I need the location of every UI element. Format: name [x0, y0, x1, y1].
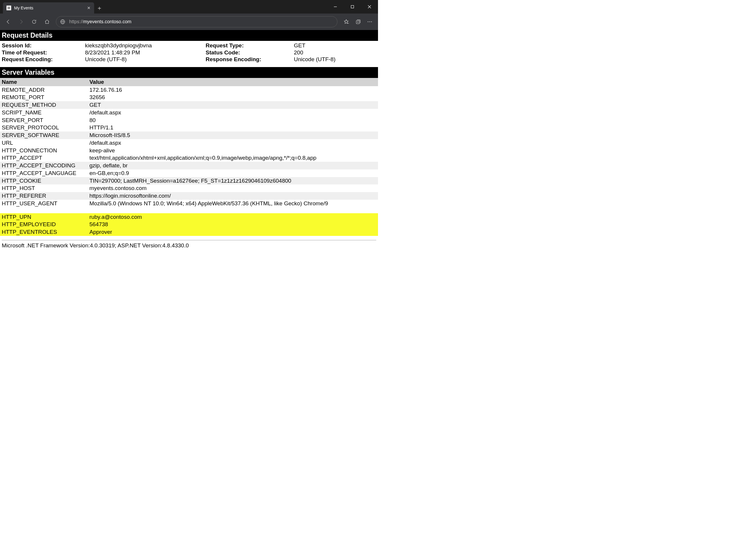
table-row: HTTP_ACCEPT_ENCODINGgzip, deflate, br [0, 162, 378, 169]
var-value: Microsoft-IIS/8.5 [88, 131, 378, 139]
table-row: REMOTE_ADDR172.16.76.16 [0, 86, 378, 94]
request-type-value: GET [294, 42, 376, 49]
close-window-button[interactable] [361, 0, 378, 14]
settings-menu-button[interactable] [364, 16, 376, 28]
window-controls [327, 0, 378, 14]
response-encoding-value: Unicode (UTF-8) [294, 56, 376, 63]
var-name: HTTP_HOST [0, 184, 88, 192]
table-row: HTTP_ACCEPTtext/html,application/xhtml+x… [0, 154, 378, 162]
url-text: https://myevents.contoso.com [69, 19, 131, 24]
var-name: HTTP_EMPLOYEEID [0, 221, 88, 228]
page-content: Request Details Session Id: kiekszqbh3dy… [0, 30, 378, 252]
window-title-bar: My Events ✕ ＋ [0, 0, 378, 14]
request-details-header: Request Details [0, 30, 378, 41]
var-value: Mozilla/5.0 (Windows NT 10.0; Win64; x64… [88, 200, 378, 207]
var-name: HTTP_ACCEPT_ENCODING [0, 162, 88, 169]
session-id-label: Session Id: [2, 42, 85, 49]
server-variables-table: Name Value REMOTE_ADDR172.16.76.16REMOTE… [0, 78, 378, 236]
url-protocol: https:// [69, 19, 83, 24]
request-type-label: Request Type: [206, 42, 294, 49]
site-info-icon[interactable] [60, 19, 66, 25]
table-row: HTTP_HOSTmyevents.contoso.com [0, 184, 378, 192]
var-value: TIN=297000; LastMRH_Session=a16276ee; F5… [88, 177, 378, 185]
table-row: URL/default.aspx [0, 139, 378, 147]
table-row: SCRIPT_NAME/default.aspx [0, 109, 378, 116]
svg-point-17 [371, 21, 372, 22]
svg-rect-5 [351, 6, 354, 8]
var-value: en-GB,en;q=0.9 [88, 169, 378, 177]
var-name: HTTP_ACCEPT_LANGUAGE [0, 169, 88, 177]
svg-point-16 [369, 21, 370, 22]
table-row: HTTP_CONNECTIONkeep-alive [0, 147, 378, 154]
refresh-button[interactable] [28, 16, 40, 28]
table-row: SERVER_SOFTWAREMicrosoft-IIS/8.5 [0, 131, 378, 139]
var-name: HTTP_REFERER [0, 192, 88, 200]
var-value: https://login.microsoftonline.com/ [88, 192, 378, 200]
var-name: SERVER_SOFTWARE [0, 131, 88, 139]
request-details-grid: Session Id: kiekszqbh3dydnpiogvjbvna Req… [0, 41, 378, 67]
var-value: 172.16.76.16 [88, 86, 378, 94]
var-value: ruby.a@contoso.com [88, 213, 378, 221]
vars-col-name: Name [0, 78, 88, 86]
table-row: SERVER_PROTOCOLHTTP/1.1 [0, 124, 378, 131]
var-value: 80 [88, 116, 378, 124]
var-value: 564738 [88, 221, 378, 228]
request-encoding-value: Unicode (UTF-8) [85, 56, 206, 63]
var-name: HTTP_UPN [0, 213, 88, 221]
svg-rect-2 [8, 8, 10, 8]
maximize-button[interactable] [344, 0, 361, 14]
var-name: HTTP_COOKIE [0, 177, 88, 185]
table-row: REMOTE_PORT32656 [0, 94, 378, 101]
table-row: HTTP_COOKIETIN=297000; LastMRH_Session=a… [0, 177, 378, 185]
server-variables-header: Server Variables [0, 67, 378, 78]
var-value: 32656 [88, 94, 378, 101]
request-encoding-label: Request Encoding: [2, 56, 85, 63]
var-name: URL [0, 139, 88, 147]
var-name: HTTP_ACCEPT [0, 154, 88, 162]
table-row-highlighted: HTTP_EVENTROLESApprover [0, 228, 378, 236]
table-row: HTTP_USER_AGENTMozilla/5.0 (Windows NT 1… [0, 200, 378, 207]
browser-tab[interactable]: My Events ✕ [3, 2, 94, 14]
table-row-highlighted: HTTP_EMPLOYEEID564738 [0, 221, 378, 228]
table-row: SERVER_PORT80 [0, 116, 378, 124]
time-of-request-label: Time of Request: [2, 49, 85, 56]
page-favicon [6, 6, 11, 10]
var-name: HTTP_EVENTROLES [0, 228, 88, 236]
var-value: /default.aspx [88, 139, 378, 147]
var-value: GET [88, 101, 378, 109]
footer-divider [2, 240, 376, 240]
var-name: HTTP_CONNECTION [0, 147, 88, 154]
browser-toolbar: https://myevents.contoso.com [0, 14, 378, 30]
var-value: HTTP/1.1 [88, 124, 378, 131]
var-value: Approver [88, 228, 378, 236]
var-name: SERVER_PORT [0, 116, 88, 124]
table-row-highlighted: HTTP_UPNruby.a@contoso.com [0, 213, 378, 221]
var-value: text/html,application/xhtml+xml,applicat… [88, 154, 378, 162]
table-row: REQUEST_METHODGET [0, 101, 378, 109]
var-name: REMOTE_PORT [0, 94, 88, 101]
new-tab-button[interactable]: ＋ [94, 2, 105, 14]
tab-close-button[interactable]: ✕ [87, 6, 91, 10]
status-code-label: Status Code: [206, 49, 294, 56]
forward-button[interactable] [15, 16, 27, 28]
var-value: gzip, deflate, br [88, 162, 378, 169]
var-name: HTTP_USER_AGENT [0, 200, 88, 207]
svg-point-15 [368, 21, 369, 22]
table-row: HTTP_ACCEPT_LANGUAGEen-GB,en;q=0.9 [0, 169, 378, 177]
minimize-button[interactable] [327, 0, 344, 14]
table-row: HTTP_REFERERhttps://login.microsoftonlin… [0, 192, 378, 200]
var-name: REMOTE_ADDR [0, 86, 88, 94]
home-button[interactable] [41, 16, 53, 28]
back-button[interactable] [2, 16, 14, 28]
vars-col-value: Value [88, 78, 378, 86]
favorites-button[interactable] [340, 16, 352, 28]
var-value: keep-alive [88, 147, 378, 154]
var-value: /default.aspx [88, 109, 378, 116]
time-of-request-value: 8/23/2021 1:48:29 PM [85, 49, 206, 56]
address-bar[interactable]: https://myevents.contoso.com [56, 16, 337, 27]
framework-version-text: Microsoft .NET Framework Version:4.0.303… [0, 242, 378, 252]
session-id-value: kiekszqbh3dydnpiogvjbvna [85, 42, 206, 49]
collections-button[interactable] [352, 16, 364, 28]
var-name: SERVER_PROTOCOL [0, 124, 88, 131]
tab-strip: My Events ✕ ＋ [0, 0, 105, 14]
